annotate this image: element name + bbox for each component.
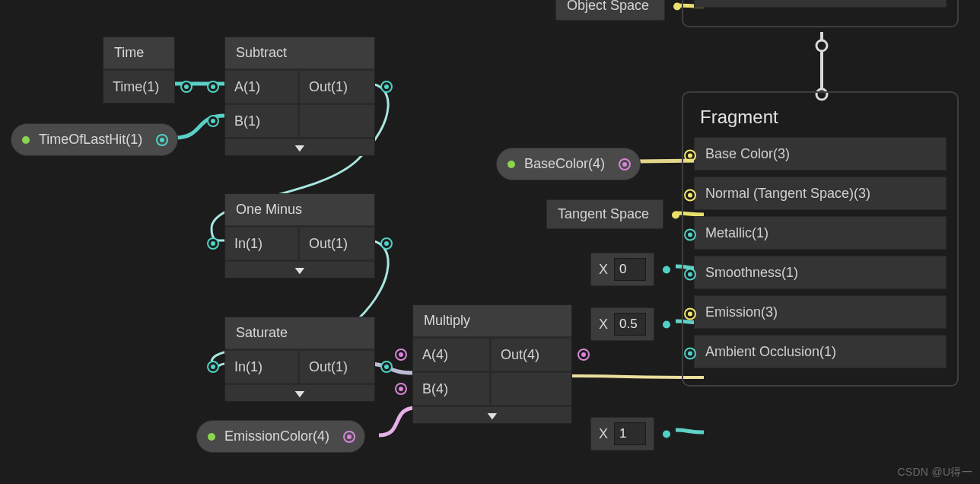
port-frag-ao[interactable] [684,348,696,360]
saturate-out-label: Out(1) [309,359,348,375]
oneminus-in-label: In(1) [234,236,262,252]
port-frag-basecolor[interactable] [684,150,696,162]
port-object-space-out[interactable] [673,2,681,10]
node-subtract[interactable]: Subtract A(1) Out(1) B(1) [224,37,375,156]
chevron-down-icon [294,142,305,154]
tangent-space-label[interactable]: Tangent Space [546,199,663,229]
frag-normal-label: Normal (Tangent Space)(3) [705,186,870,202]
frag-metallic-label: Metallic(1) [705,225,768,241]
ao-input[interactable] [614,422,646,445]
port-subtract-a[interactable] [207,81,219,93]
subtract-b-label: B(1) [234,113,260,129]
pill-time-of-last-hit[interactable]: TimeOfLastHit(1) [11,123,178,156]
subtract-expand[interactable] [225,137,374,155]
node-one-minus[interactable]: One Minus In(1) Out(1) [224,193,375,279]
node-multiply[interactable]: Multiply A(4) Out(4) B(4) [412,304,572,424]
multiply-out-label: Out(4) [501,347,539,363]
frag-row-basecolor[interactable]: Base Color(3) [694,137,947,170]
port-subtract-b[interactable] [207,115,219,127]
node-saturate[interactable]: Saturate In(1) Out(1) [224,317,375,402]
node-multiply-title: Multiply [413,305,571,336]
port-tangent-space-out[interactable] [672,211,679,218]
node-subtract-title: Subtract [225,37,374,68]
frag-row-smoothness[interactable]: Smoothness(1) [694,256,947,289]
multiply-a-label: A(4) [422,347,448,363]
pill-emission-label: EmissionColor(4) [224,428,329,444]
x-label: X [599,426,608,442]
port-frag-smoothness[interactable] [684,269,696,281]
port-emission-out[interactable] [343,431,355,443]
port-multiply-a[interactable] [395,349,407,361]
port-smoothness-out[interactable] [663,321,670,329]
port-metallic-out[interactable] [663,266,670,274]
ao-field[interactable]: X [590,417,654,451]
metallic-field[interactable]: X [590,253,654,286]
port-oneminus-out[interactable] [380,237,393,250]
object-space-text: Object Space [567,0,649,14]
node-oneminus-title: One Minus [225,194,374,225]
vertex-group-clipped: Tangent(3) [682,0,959,27]
metallic-input[interactable] [614,258,646,281]
port-ao-out[interactable] [663,431,670,438]
tangent-space-text: Tangent Space [558,206,649,222]
multiply-b-label: B(4) [422,381,448,397]
port-tolh-out[interactable] [156,134,168,146]
saturate-in-label: In(1) [234,359,262,375]
frag-basecolor-label: Base Color(3) [705,146,790,162]
property-dot [508,161,515,168]
port-time-out[interactable] [180,81,192,93]
property-dot [22,136,30,144]
svg-point-1 [816,40,827,51]
node-time[interactable]: Time Time(1) [103,37,175,103]
node-time-title: Time [103,37,174,68]
oneminus-out-label: Out(1) [309,236,348,252]
frag-emission-label: Emission(3) [705,304,778,320]
frag-smoothness-label: Smoothness(1) [705,265,798,281]
property-dot [208,433,215,441]
fragment-title: Fragment [694,103,947,137]
multiply-expand[interactable] [413,405,571,423]
x-label: X [599,262,608,278]
smoothness-field[interactable]: X [590,307,654,341]
smoothness-input[interactable] [614,313,646,336]
frag-row-ao[interactable]: Ambient Occlusion(1) [694,335,947,368]
subtract-a-label: A(1) [234,79,260,95]
node-saturate-title: Saturate [225,317,374,349]
chevron-down-icon [487,409,498,422]
watermark: CSDN @U得一 [897,466,972,479]
pill-base-color[interactable]: BaseColor(4) [496,148,641,180]
frag-row-normal[interactable]: Normal (Tangent Space)(3) [694,177,947,210]
port-multiply-b[interactable] [395,383,407,395]
object-space-label[interactable]: Object Space [555,0,665,21]
pill-emission-color[interactable]: EmissionColor(4) [196,420,365,453]
port-basecolor-out[interactable] [619,158,631,170]
fragment-group[interactable]: Fragment Base Color(3) Normal (Tangent S… [682,91,959,387]
subtract-out-label: Out(1) [309,79,348,95]
port-oneminus-in[interactable] [207,237,219,250]
port-subtract-out[interactable] [380,81,393,93]
saturate-expand[interactable] [225,383,374,401]
chevron-down-icon [294,264,305,276]
pill-basecolor-label: BaseColor(4) [524,156,605,172]
port-multiply-out[interactable] [578,349,590,361]
frag-ao-label: Ambient Occlusion(1) [705,344,836,360]
port-frag-normal[interactable] [684,189,696,202]
time-out-label: Time(1) [113,79,159,95]
chevron-down-icon [294,387,305,400]
frag-row-metallic[interactable]: Metallic(1) [694,216,947,250]
oneminus-expand[interactable] [225,260,374,278]
port-frag-emission[interactable] [684,308,696,320]
port-frag-metallic[interactable] [684,229,696,241]
pill-tolh-label: TimeOfLastHit(1) [39,132,142,148]
port-saturate-out[interactable] [380,361,393,373]
port-saturate-in[interactable] [207,361,219,373]
frag-row-emission[interactable]: Emission(3) [694,295,947,329]
x-label: X [599,317,608,333]
